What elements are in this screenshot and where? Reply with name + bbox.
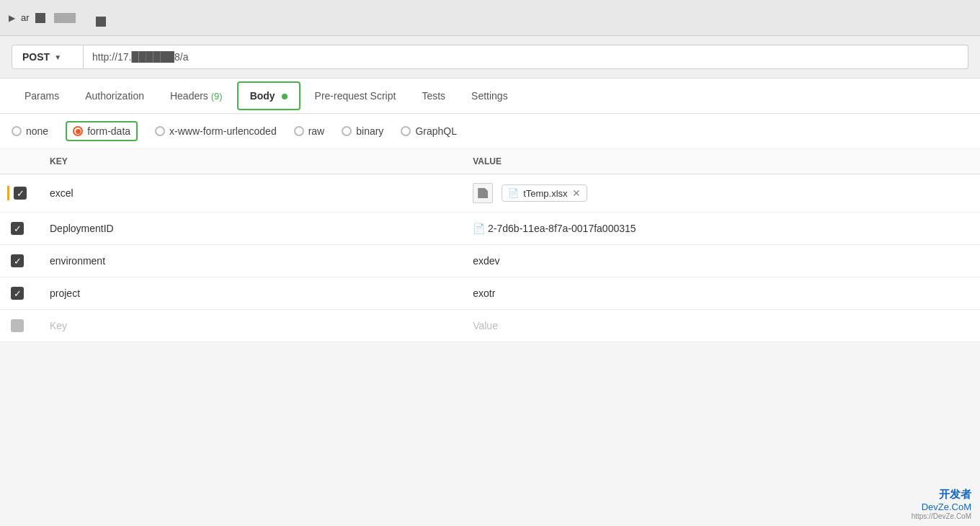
row-1-check-cell: ✓ [0,174,38,213]
body-type-binary[interactable]: binary [342,125,383,137]
headers-badge: (9) [211,91,223,102]
file-chip-name: tTemp.xlsx [523,188,567,199]
body-type-urlencoded-label: x-www-form-urlencoded [169,125,277,137]
checkmark-icon: ✓ [14,257,22,266]
file-chip: 📄 tTemp.xlsx ✕ [502,184,587,202]
col-check-header [0,149,38,174]
tab-headers[interactable]: Headers (9) [157,80,236,112]
row-2-value: 📄 2-7d6b-11ea-8f7a-0017fa000315 [461,213,980,245]
row-indicator [7,186,9,200]
table-row: ✓ Key Value [0,310,980,342]
expand-arrow[interactable]: ▶ [9,13,15,23]
tab-headers-label: Headers [170,90,211,102]
row-1-checkbox[interactable]: ✓ [14,186,27,200]
tab-body-label: Body [250,90,275,102]
row-3-check-cell: ✓ [0,245,38,277]
radio-binary-icon [342,126,352,136]
radio-form-data-icon [73,126,83,136]
table-row: ✓ DeploymentID 📄 2-7d6b-11ea-8f7a-0017fa… [0,213,980,245]
row-2-check-cell: ✓ [0,213,38,245]
tab-tests-label: Tests [422,90,445,102]
row-4-key[interactable]: project [38,277,461,310]
body-type-none-label: none [26,125,48,137]
row-5-key[interactable]: Key [38,310,461,342]
row-5-value[interactable]: Value [461,310,980,342]
remove-file-icon[interactable]: ✕ [572,187,581,199]
row-4-value-text: exotr [473,287,495,299]
row-2-key[interactable]: DeploymentID [38,213,461,245]
body-type-form-data[interactable]: form-data [66,121,138,141]
form-data-table: KEY VALUE ✓ excel [0,149,980,342]
table-row: ✓ excel 📄 tTemp.xlsx ✕ [0,174,980,213]
method-dropdown[interactable]: POST ▼ [12,45,84,69]
body-type-graphql-label: GraphQL [415,125,457,137]
tab-settings[interactable]: Settings [458,80,521,112]
row-4-value[interactable]: exotr [461,277,980,310]
radio-urlencoded-icon [155,126,165,136]
body-type-binary-label: binary [356,125,383,137]
tab-authorization[interactable]: Authorization [72,80,157,112]
row-3-checkbox[interactable]: ✓ [11,254,24,268]
icon-gray-bar [54,13,76,23]
col-key-header: KEY [38,149,461,174]
tab-params[interactable]: Params [12,80,72,112]
placeholder-value: Value [473,320,498,331]
request-label: ar [21,12,30,23]
tab-tests[interactable]: Tests [409,80,458,112]
checkmark-icon: ✓ [14,289,22,298]
tabs-bar: Params Authorization Headers (9) Body Pr… [0,79,980,114]
row-4-check-cell: ✓ [0,277,38,310]
body-type-none[interactable]: none [12,125,48,137]
tab-authorization-label: Authorization [85,90,144,102]
checkmark-icon: ✓ [14,224,22,233]
table-row: ✓ environment exdev [0,245,980,277]
row-3-key[interactable]: environment [38,245,461,277]
row-5-check-cell: ✓ [0,310,38,342]
body-type-selector: none form-data x-www-form-urlencoded raw… [0,114,980,149]
table-row: ✓ project exotr [0,277,980,310]
row-1-value: 📄 tTemp.xlsx ✕ [461,174,980,213]
row-3-value-text: exdev [473,255,499,267]
tab-body[interactable]: Body [237,81,300,110]
file-chip-icon: 📄 [508,188,519,198]
radio-raw-icon [294,126,304,136]
row-2-checkbox[interactable]: ✓ [11,221,24,236]
tab-pre-request-script[interactable]: Pre-request Script [302,80,409,112]
body-type-graphql[interactable]: GraphQL [401,125,457,137]
chevron-down-icon: ▼ [54,53,61,61]
body-type-raw-label: raw [308,125,325,137]
body-type-raw[interactable]: raw [294,125,325,137]
tab-params-label: Params [24,90,59,102]
radio-graphql-icon [401,126,411,136]
tab-settings-label: Settings [471,90,508,102]
row-1-key[interactable]: excel [38,174,461,213]
top-bar: ▶ ar [0,0,980,36]
body-type-form-data-label: form-data [87,125,130,137]
file-icon [478,188,488,198]
icon-square-1 [35,13,45,23]
url-bar: POST ▼ [0,36,980,79]
method-label: POST [22,51,50,63]
tab-pre-request-label: Pre-request Script [315,90,396,102]
row-5-checkbox[interactable]: ✓ [11,318,24,333]
placeholder-key: Key [50,320,67,331]
row-2-value-text: 📄 2-7d6b-11ea-8f7a-0017fa000315 [473,223,636,234]
file-select-button[interactable] [473,183,493,203]
checkmark-icon: ✓ [17,189,24,198]
body-type-urlencoded[interactable]: x-www-form-urlencoded [155,125,277,137]
col-value-header: VALUE [461,149,980,174]
row-3-value[interactable]: exdev [461,245,980,277]
body-active-dot [282,94,288,99]
url-input[interactable] [84,45,968,69]
radio-none-icon [12,126,22,136]
icon-square-2 [96,17,106,27]
row-4-checkbox[interactable]: ✓ [11,286,24,300]
